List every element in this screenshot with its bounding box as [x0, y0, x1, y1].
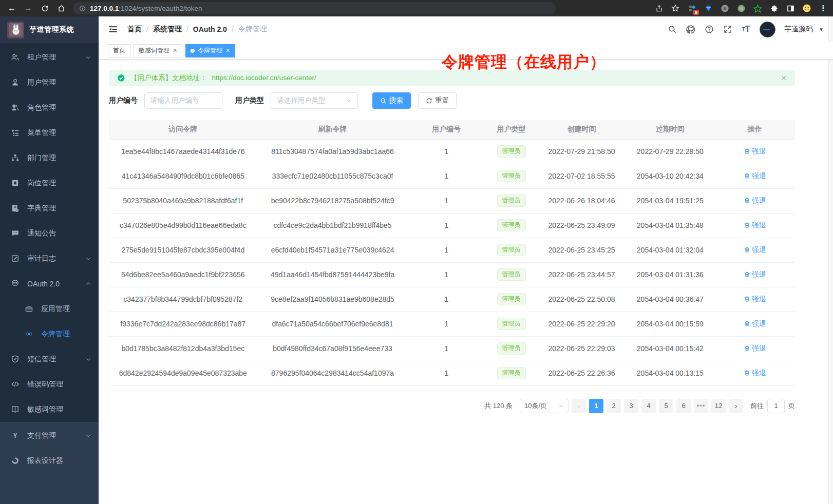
- force-logout-label: 强退: [752, 245, 766, 255]
- force-logout-button[interactable]: 强退: [744, 319, 766, 328]
- sidebar-item-支付管理[interactable]: ¥ 支付管理: [0, 423, 99, 448]
- doc-link[interactable]: https://doc.iocoder.cn/user-center/: [212, 74, 316, 82]
- force-logout-button[interactable]: 强退: [744, 295, 766, 304]
- sidepanel-extension-button[interactable]: [786, 4, 795, 13]
- force-logout-button[interactable]: 强退: [744, 147, 766, 156]
- puzzle-extension-button[interactable]: [769, 4, 779, 13]
- command-extension-button[interactable]: ⌘: [720, 4, 729, 13]
- user-avatar[interactable]: [760, 22, 775, 37]
- action-cell: 强退: [715, 361, 795, 385]
- column-header: 用户编号: [408, 120, 485, 139]
- table-row: 1ea5e44f8bc1467aaede43144f31de76 811c530…: [109, 139, 795, 164]
- github-link[interactable]: [686, 25, 695, 34]
- sidebar-item-令牌管理[interactable]: A 令牌管理: [0, 321, 99, 346]
- force-logout-button[interactable]: 强退: [744, 344, 766, 353]
- force-logout-button[interactable]: 强退: [744, 270, 766, 279]
- recorder-extension-button[interactable]: [736, 4, 746, 13]
- browser-reload-button[interactable]: [38, 2, 51, 15]
- force-logout-button[interactable]: 强退: [744, 196, 766, 205]
- prev-page-button[interactable]: ‹: [572, 399, 586, 413]
- sidebar-item-报表设计器[interactable]: 报表设计器: [0, 448, 99, 473]
- share-button[interactable]: [654, 4, 664, 13]
- tab-敏感词管理[interactable]: 敏感词管理 ✕: [134, 44, 182, 57]
- sidebar-item-用户管理[interactable]: 用户管理: [0, 70, 99, 95]
- breadcrumb-item[interactable]: OAuth 2.0: [193, 25, 227, 33]
- sidebar-item-岗位管理[interactable]: 岗位管理: [0, 170, 99, 196]
- app-logo[interactable]: 芋道管理系统: [0, 16, 99, 43]
- force-logout-label: 强退: [752, 319, 766, 328]
- gem-extension-button[interactable]: [704, 4, 713, 13]
- force-logout-label: 强退: [752, 270, 766, 279]
- page-scrollbar[interactable]: [828, 16, 833, 504]
- access-token-cell: 54d6be82ee5a460a9aedc1f9bf223656: [109, 262, 257, 287]
- page-button-12[interactable]: 12: [711, 399, 726, 413]
- page-button-5[interactable]: 5: [659, 399, 673, 413]
- page-size-select[interactable]: 10条/页: [520, 399, 569, 413]
- page-button-2[interactable]: 2: [607, 399, 621, 413]
- tab-令牌管理[interactable]: 令牌管理 ✕: [185, 44, 235, 57]
- sidebar-collapse-button[interactable]: [108, 24, 119, 35]
- page-button-4[interactable]: 4: [641, 399, 656, 413]
- close-icon[interactable]: ✕: [173, 47, 177, 54]
- alert-close-icon[interactable]: ✕: [781, 74, 787, 82]
- force-logout-label: 强退: [752, 295, 766, 304]
- tab-首页[interactable]: 首页: [108, 44, 130, 57]
- sidebar: 芋道管理系统 租户管理 用户管理 角色管理 菜单管理 部门管理: [0, 16, 99, 504]
- next-page-button[interactable]: ›: [729, 399, 743, 413]
- header-search-button[interactable]: [667, 25, 677, 34]
- browser-forward-button[interactable]: →: [22, 2, 35, 15]
- user-menu-caret-icon[interactable]: ▼: [819, 27, 824, 32]
- page-ellipsis[interactable]: •••: [694, 399, 708, 413]
- audit-icon: [11, 254, 20, 263]
- sidebar-item-部门管理[interactable]: 部门管理: [0, 145, 99, 170]
- created-time-cell: 2022-06-25 22:50:08: [538, 287, 626, 312]
- sidebar-item-字典管理[interactable]: 字典管理: [0, 196, 99, 221]
- page-button-6[interactable]: 6: [676, 399, 691, 413]
- user-id-cell: 1: [408, 139, 485, 164]
- close-icon[interactable]: ✕: [225, 47, 230, 54]
- goto-page-input[interactable]: 1: [767, 399, 785, 413]
- fullscreen-button[interactable]: [723, 25, 732, 34]
- user-type-badge: 管理员: [497, 244, 526, 256]
- force-logout-button[interactable]: 强退: [744, 171, 766, 181]
- search-button[interactable]: 搜索: [372, 92, 411, 109]
- force-logout-button[interactable]: 强退: [744, 221, 766, 230]
- reset-button[interactable]: 重置: [418, 92, 457, 109]
- chevron-down-icon: [346, 98, 352, 104]
- site-info-icon[interactable]: [79, 5, 86, 12]
- sidebar-item-错误码管理[interactable]: 错误码管理: [0, 372, 99, 397]
- page-button-3[interactable]: 3: [624, 399, 638, 413]
- sidebar-item-应用管理[interactable]: 应用管理: [0, 296, 99, 321]
- breadcrumb-item[interactable]: 系统管理: [153, 25, 182, 34]
- sidebar-item-菜单管理[interactable]: 菜单管理: [0, 120, 99, 145]
- sidebar-item-审计日志[interactable]: 审计日志: [0, 246, 99, 271]
- font-size-button[interactable]: TT: [741, 25, 751, 34]
- extension-grid-button[interactable]: 9: [687, 4, 696, 13]
- user-id-input[interactable]: 请输入用户编号: [144, 92, 222, 109]
- user-type-select[interactable]: 请选择用户类型: [271, 92, 358, 109]
- sidebar-item-OAuth 2.0[interactable]: OAuth 2.0: [0, 271, 99, 296]
- expire-time-cell: 2022-07-29 22:28:50: [626, 139, 715, 164]
- column-header: 创建时间: [538, 120, 626, 139]
- refresh-token-cell: 811c530487574fa0af1a59d3abc1aa66: [257, 139, 408, 164]
- force-logout-button[interactable]: 强退: [744, 369, 766, 378]
- star-extension-button[interactable]: [753, 4, 762, 13]
- browser-back-button[interactable]: ←: [5, 2, 18, 15]
- sidebar-item-角色管理[interactable]: 角色管理: [0, 95, 99, 120]
- user-id-label: 用户编号: [109, 96, 138, 105]
- bookmark-button[interactable]: [671, 4, 680, 13]
- sidebar-item-租户管理[interactable]: 租户管理: [0, 45, 99, 70]
- browser-menu-button[interactable]: ⋮: [819, 4, 828, 13]
- breadcrumb-item[interactable]: 首页: [127, 25, 142, 34]
- help-doc-button[interactable]: [704, 25, 714, 34]
- browser-home-button[interactable]: [54, 2, 68, 15]
- force-logout-button[interactable]: 强退: [744, 245, 766, 255]
- sidebar-item-通知公告[interactable]: 通知公告: [0, 221, 99, 246]
- address-bar[interactable]: 127.0.0.1:1024/system/oauth2/token: [73, 2, 556, 14]
- access-token-cell: 41c41346a548490f9dc8b01c6bfe0865: [109, 164, 257, 188]
- page-button-1[interactable]: 1: [589, 399, 603, 413]
- emoji-extension-button[interactable]: [802, 4, 811, 13]
- top-navbar: 首页/系统管理/OAuth 2.0/令牌管理 TT 芋道源码: [99, 16, 833, 42]
- sidebar-item-敏感词管理[interactable]: 敏感词管理: [0, 397, 99, 422]
- sidebar-item-短信管理[interactable]: 短信管理: [0, 346, 99, 372]
